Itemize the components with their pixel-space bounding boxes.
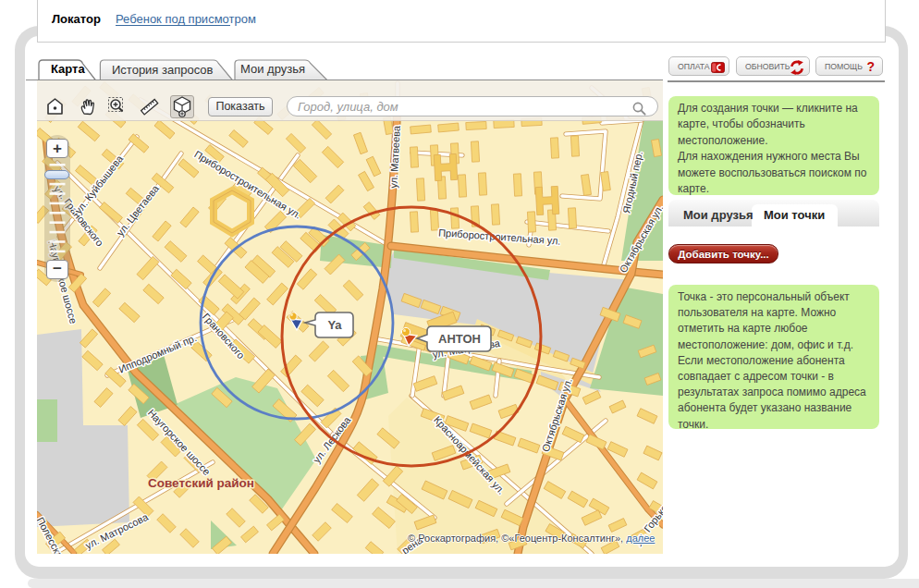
svg-text:Ya: Ya: [327, 318, 342, 332]
svg-text:АНТОН: АНТОН: [438, 332, 481, 346]
svg-text:История запросов: История запросов: [112, 63, 214, 77]
svg-text:Мои друзья: Мои друзья: [240, 62, 305, 76]
svg-text:Карта: Карта: [51, 62, 85, 76]
svg-text:Советский район: Советский район: [148, 476, 254, 490]
